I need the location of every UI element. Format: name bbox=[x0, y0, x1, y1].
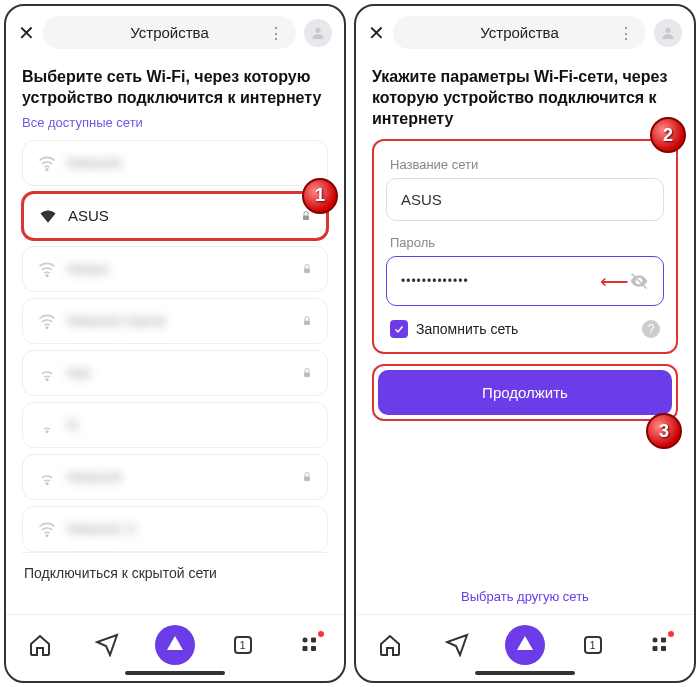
nav-send[interactable] bbox=[87, 625, 127, 665]
network-name: N bbox=[67, 416, 313, 433]
svg-rect-23 bbox=[653, 646, 658, 651]
continue-button[interactable]: Продолжить bbox=[378, 370, 672, 415]
network-item[interactable]: Netwo bbox=[22, 246, 328, 292]
lock-icon bbox=[301, 471, 313, 483]
svg-point-14 bbox=[303, 638, 308, 643]
network-name-label: Название сети bbox=[390, 157, 664, 172]
svg-point-1 bbox=[46, 168, 48, 170]
svg-point-18 bbox=[665, 27, 670, 32]
visibility-off-icon[interactable] bbox=[629, 271, 649, 291]
nav-alice[interactable] bbox=[505, 625, 545, 665]
notification-dot bbox=[668, 631, 674, 637]
annotation-badge-2: 2 bbox=[650, 117, 686, 153]
password-value: ••••••••••••• bbox=[401, 274, 592, 288]
screen-select-network: ✕ Устройства ⋮ Выберите сеть Wi-Fi, чере… bbox=[4, 4, 346, 683]
heading: Выберите сеть Wi-Fi, через которую устро… bbox=[22, 67, 328, 109]
title-text: Устройства bbox=[480, 24, 558, 41]
network-item-selected[interactable]: ASUS 1 bbox=[22, 192, 328, 240]
network-name: ASUS bbox=[68, 207, 290, 224]
network-name-input[interactable]: ASUS bbox=[386, 178, 664, 221]
wifi-icon bbox=[37, 467, 57, 487]
nav-apps[interactable] bbox=[290, 625, 330, 665]
nav-home[interactable] bbox=[370, 625, 410, 665]
home-indicator bbox=[475, 671, 575, 675]
annotation-arrow: ⟵ bbox=[600, 269, 629, 293]
svg-point-5 bbox=[46, 326, 48, 328]
more-icon[interactable]: ⋮ bbox=[268, 23, 284, 42]
content: Выберите сеть Wi-Fi, через которую устро… bbox=[6, 59, 344, 614]
wifi-icon bbox=[37, 259, 57, 279]
avatar[interactable] bbox=[654, 19, 682, 47]
topbar: ✕ Устройства ⋮ bbox=[356, 6, 694, 59]
tab-count: 1 bbox=[590, 639, 596, 651]
close-icon[interactable]: ✕ bbox=[368, 21, 385, 45]
continue-box: Продолжить 3 bbox=[372, 364, 678, 421]
wifi-icon bbox=[37, 363, 57, 383]
svg-point-7 bbox=[46, 378, 48, 380]
password-label: Пароль bbox=[390, 235, 664, 250]
network-name: Network Name bbox=[67, 312, 291, 329]
network-name: Network bbox=[67, 468, 291, 485]
svg-point-0 bbox=[315, 27, 320, 32]
svg-point-21 bbox=[653, 638, 658, 643]
title-text: Устройства bbox=[130, 24, 208, 41]
lock-icon bbox=[301, 263, 313, 275]
wifi-icon bbox=[37, 415, 57, 435]
password-input[interactable]: ••••••••••••• ⟵ bbox=[386, 256, 664, 306]
network-name: Network X bbox=[67, 520, 313, 537]
wifi-icon bbox=[37, 519, 57, 539]
network-list: Network ASUS 1 Netwo Network Name bbox=[22, 140, 328, 552]
network-item[interactable]: Net bbox=[22, 350, 328, 396]
network-item[interactable]: Network bbox=[22, 140, 328, 186]
network-name: Netwo bbox=[67, 260, 291, 277]
annotation-badge-1: 1 bbox=[302, 178, 338, 214]
remember-checkbox[interactable] bbox=[390, 320, 408, 338]
network-name: Net bbox=[67, 364, 291, 381]
input-value: ASUS bbox=[401, 191, 442, 208]
nav-send[interactable] bbox=[437, 625, 477, 665]
svg-point-12 bbox=[46, 534, 48, 536]
svg-point-10 bbox=[46, 482, 48, 484]
wifi-icon bbox=[37, 311, 57, 331]
screen-wifi-params: ✕ Устройства ⋮ Укажите параметры Wi-Fi-с… bbox=[354, 4, 696, 683]
hidden-network-link[interactable]: Подключиться к скрытой сети bbox=[22, 552, 328, 593]
svg-rect-22 bbox=[661, 638, 666, 643]
wifi-form: 2 Название сети ASUS Пароль ••••••••••••… bbox=[372, 139, 678, 354]
network-item[interactable]: N bbox=[22, 402, 328, 448]
lock-icon bbox=[301, 315, 313, 327]
network-item[interactable]: Network Name bbox=[22, 298, 328, 344]
svg-rect-2 bbox=[303, 215, 309, 220]
nav-apps[interactable] bbox=[640, 625, 680, 665]
wifi-icon bbox=[38, 206, 58, 226]
heading: Укажите параметры Wi-Fi-сети, через кото… bbox=[372, 67, 678, 129]
close-icon[interactable]: ✕ bbox=[18, 21, 35, 45]
notification-dot bbox=[318, 631, 324, 637]
svg-rect-11 bbox=[304, 476, 310, 481]
network-name: Network bbox=[67, 154, 313, 171]
remember-row: Запомнить сеть ? bbox=[390, 320, 660, 338]
svg-point-9 bbox=[46, 430, 48, 432]
content: Укажите параметры Wi-Fi-сети, через кото… bbox=[356, 59, 694, 614]
svg-rect-17 bbox=[311, 646, 316, 651]
topbar: ✕ Устройства ⋮ bbox=[6, 6, 344, 59]
more-icon[interactable]: ⋮ bbox=[618, 23, 634, 42]
nav-alice[interactable] bbox=[155, 625, 195, 665]
choose-other-network-link[interactable]: Выбрать другую сеть bbox=[372, 569, 678, 614]
svg-rect-15 bbox=[311, 638, 316, 643]
page-title: Устройства ⋮ bbox=[43, 16, 296, 49]
nav-tabs[interactable]: 1 bbox=[223, 625, 263, 665]
svg-rect-8 bbox=[304, 372, 310, 377]
network-item[interactable]: Network bbox=[22, 454, 328, 500]
nav-tabs[interactable]: 1 bbox=[573, 625, 613, 665]
all-networks-link[interactable]: Все доступные сети bbox=[22, 115, 328, 130]
page-title: Устройства ⋮ bbox=[393, 16, 646, 49]
nav-home[interactable] bbox=[20, 625, 60, 665]
home-indicator bbox=[125, 671, 225, 675]
help-icon[interactable]: ? bbox=[642, 320, 660, 338]
avatar[interactable] bbox=[304, 19, 332, 47]
tab-count: 1 bbox=[240, 639, 246, 651]
svg-rect-24 bbox=[661, 646, 666, 651]
svg-rect-6 bbox=[304, 320, 310, 325]
network-item[interactable]: Network X bbox=[22, 506, 328, 552]
lock-icon bbox=[301, 367, 313, 379]
